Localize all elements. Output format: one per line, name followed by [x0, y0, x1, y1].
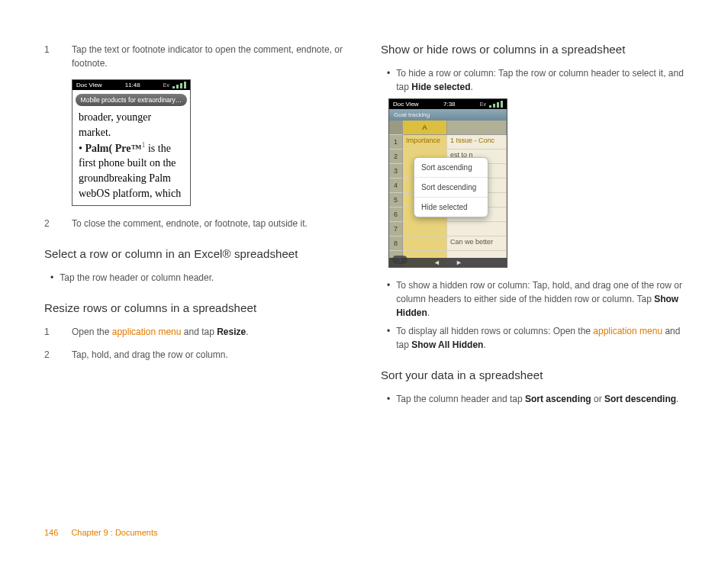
heading-select-row-column: Select a row or column in an Excel® spre… — [44, 247, 347, 260]
bullet-hide: • To hide a row or column: Tap the row o… — [381, 66, 684, 94]
cell: 1 Issue - Conc — [447, 135, 507, 150]
step-text: Open the application menu and tap Resize… — [72, 325, 249, 339]
row-header[interactable]: 6 — [389, 208, 403, 222]
bullet-select: • Tap the row header or column header. — [44, 271, 347, 285]
doc-text-line: broader, younger market. — [79, 111, 151, 138]
phone-status-bar: Doc View 7:38 Ev — [389, 99, 507, 109]
bullet-show-all: • To display all hidden rows or columns:… — [381, 324, 684, 352]
document-body: broader, younger market. • Palm( Pre™1 i… — [72, 110, 190, 205]
row-header[interactable]: 7 — [389, 222, 403, 236]
corner-cell — [389, 121, 403, 135]
network-label: Ev — [480, 101, 486, 107]
bullet-text: To show a hidden row or column: Tap, hol… — [396, 278, 684, 320]
cell — [403, 222, 447, 236]
clock: 11:48 — [125, 82, 140, 88]
cell: Can we better — [447, 236, 507, 251]
column-header[interactable] — [447, 121, 507, 135]
row-header[interactable]: 5 — [389, 193, 403, 208]
chapter-label: Chapter 9 : Documents — [71, 528, 157, 537]
app-name: Doc View — [76, 82, 102, 88]
heading-show-hide: Show or hide rows or columns in a spread… — [381, 43, 684, 56]
signal-icon — [489, 101, 503, 108]
signal-icon — [172, 82, 186, 88]
clock: 7:38 — [443, 101, 456, 108]
step-1: 1 Tap the text or footnote indicator to … — [44, 43, 347, 70]
bullet-sort: • Tap the column header and tap Sort asc… — [381, 392, 684, 406]
row-header[interactable]: 4 — [389, 179, 403, 193]
step-text: Tap, hold, and drag the row or column. — [72, 348, 228, 362]
row-header[interactable]: 8 — [389, 236, 403, 251]
bullet-text: Tap the column header and tap Sort ascen… — [396, 392, 678, 406]
step-number: 1 — [44, 325, 52, 339]
row-header[interactable]: 3 — [389, 164, 403, 179]
row-header[interactable]: 2 — [389, 150, 403, 164]
page-number: 146 — [44, 528, 58, 537]
screenshot-spreadsheet-menu: Doc View 7:38 Ev Goal tracking A 1 I — [388, 98, 507, 268]
document-title-pill: Mobile products for extraordinary… — [76, 94, 187, 106]
resize-step-2: 2 Tap, hold, and drag the row or column. — [44, 348, 347, 362]
cell — [403, 236, 447, 251]
nav-prev-icon[interactable]: ◄ — [433, 259, 440, 266]
bullet-show: • To show a hidden row or column: Tap, h… — [381, 278, 684, 320]
phone-status-bar: Doc View 11:48 Ev — [72, 80, 190, 90]
left-column: 1 Tap the text or footnote indicator to … — [44, 43, 347, 410]
context-menu: Sort ascending Sort descending Hide sele… — [414, 157, 488, 217]
resize-step-1: 1 Open the application menu and tap Resi… — [44, 325, 347, 339]
heading-sort: Sort your data in a spreadsheet — [381, 368, 684, 381]
spreadsheet-grid: A 1 Importance 1 Issue - Conc 2est to n … — [389, 121, 507, 267]
application-menu-link[interactable]: application menu — [112, 327, 182, 337]
menu-sort-ascending[interactable]: Sort ascending — [414, 158, 488, 177]
spreadsheet-title: Goal tracking — [389, 109, 507, 121]
bullet-text: Tap the row header or column header. — [60, 271, 214, 285]
bullet-text: To hide a row or column: Tap the row or … — [396, 66, 684, 94]
step-number: 2 — [44, 348, 52, 362]
row-header[interactable]: 1 — [389, 135, 403, 150]
column-header-a[interactable]: A — [403, 121, 447, 135]
step-2: 2 To close the comment, endnote, or foot… — [44, 217, 347, 230]
step-number: 1 — [44, 43, 52, 70]
step-text: Tap the text or footnote indicator to op… — [72, 43, 347, 70]
page-footer: 146 Chapter 9 : Documents — [44, 528, 158, 537]
menu-sort-descending[interactable]: Sort descending — [414, 177, 488, 197]
heading-resize: Resize rows or columns in a spreadsheet — [44, 301, 347, 314]
app-name: Doc View — [393, 101, 419, 108]
right-column: Show or hide rows or columns in a spread… — [381, 43, 684, 410]
cell — [447, 222, 507, 236]
screenshot-docview-comment: Doc View 11:48 Ev Mobile products for ex… — [72, 79, 191, 206]
nav-next-icon[interactable]: ► — [456, 259, 462, 266]
network-label: Ev — [163, 82, 169, 88]
bottom-nav-bar: ◄ ► — [389, 258, 507, 267]
step-number: 2 — [44, 217, 52, 230]
bullet-text: To display all hidden rows or columns: O… — [396, 324, 684, 352]
doc-bullet-bold: Palm( Pre™ — [85, 143, 141, 154]
menu-hide-selected[interactable]: Hide selected — [414, 197, 488, 217]
step-text: To close the comment, endnote, or footno… — [72, 217, 308, 230]
application-menu-link[interactable]: application menu — [593, 326, 662, 336]
cell: Importance — [403, 135, 447, 150]
